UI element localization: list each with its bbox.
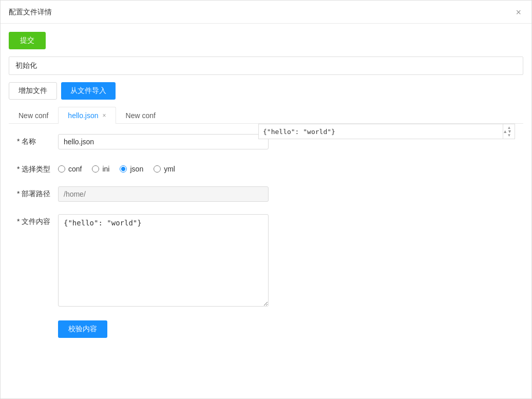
add-file-button[interactable]: 增加文件	[9, 82, 57, 100]
radio-conf-label: conf	[68, 165, 82, 173]
tab-close-icon[interactable]: ×	[103, 112, 106, 119]
tab-new-conf-1[interactable]: New conf	[9, 107, 58, 124]
file-actions: 增加文件 从文件导入	[9, 82, 523, 100]
content-label: * 文件内容	[17, 214, 58, 226]
radio-json-input[interactable]	[120, 165, 127, 173]
tab-label-2: hello.json	[68, 111, 98, 120]
radio-json[interactable]: json	[120, 165, 143, 173]
tab-label-3: New conf	[126, 111, 156, 120]
radio-json-label: json	[130, 165, 143, 173]
radio-yml-input[interactable]	[154, 165, 161, 173]
radio-yml-label: yml	[164, 165, 175, 173]
close-button[interactable]: ×	[514, 7, 523, 18]
submit-row: 提交	[9, 32, 523, 49]
radio-ini-label: ini	[102, 165, 109, 173]
name-input[interactable]	[58, 134, 269, 149]
tabs-row: New conf hello.json × New conf	[9, 107, 523, 124]
main-content: {"hello": "world"} ▲ ▼ * 名称 * 选择类型 conf	[9, 124, 523, 346]
tab-hello-json[interactable]: hello.json ×	[58, 107, 116, 124]
path-input[interactable]	[58, 186, 269, 202]
name-label: * 名称	[17, 134, 58, 146]
dialog-header: 配置文件详情 ×	[1, 1, 531, 24]
dialog-title: 配置文件详情	[9, 8, 52, 17]
path-form-group: * 部署路径	[17, 186, 515, 202]
submit-button[interactable]: 提交	[9, 32, 46, 49]
tab-new-conf-2[interactable]: New conf	[116, 107, 165, 124]
validate-row: 校验内容	[17, 320, 515, 338]
dialog-body: 提交 初始化 增加文件 从文件导入 New conf hello.json × …	[1, 24, 531, 354]
top-select-bar: {"hello": "world"} ▲ ▼	[258, 124, 515, 139]
path-label: * 部署路径	[17, 186, 58, 199]
radio-conf-input[interactable]	[58, 165, 65, 173]
type-control: conf ini json yml	[58, 162, 269, 173]
radio-ini[interactable]: ini	[92, 165, 109, 173]
tab-label-1: New conf	[18, 111, 48, 120]
radio-yml[interactable]: yml	[154, 165, 175, 173]
name-control	[58, 134, 269, 149]
content-control: {"hello": "world"}	[58, 214, 269, 308]
import-file-button[interactable]: 从文件导入	[61, 82, 116, 100]
type-label: * 选择类型	[17, 162, 58, 174]
content-form-group: * 文件内容 {"hello": "world"}	[17, 214, 515, 308]
content-select-dropdown[interactable]: {"hello": "world"}	[258, 124, 515, 139]
radio-ini-input[interactable]	[92, 165, 99, 173]
validate-button[interactable]: 校验内容	[58, 320, 107, 338]
content-select-wrapper: {"hello": "world"} ▲ ▼	[258, 124, 515, 139]
type-form-group: * 选择类型 conf ini json yml	[17, 162, 515, 174]
radio-conf[interactable]: conf	[58, 165, 82, 173]
init-label: 初始化	[9, 56, 523, 75]
content-textarea[interactable]: {"hello": "world"}	[58, 214, 269, 307]
path-control	[58, 186, 269, 202]
